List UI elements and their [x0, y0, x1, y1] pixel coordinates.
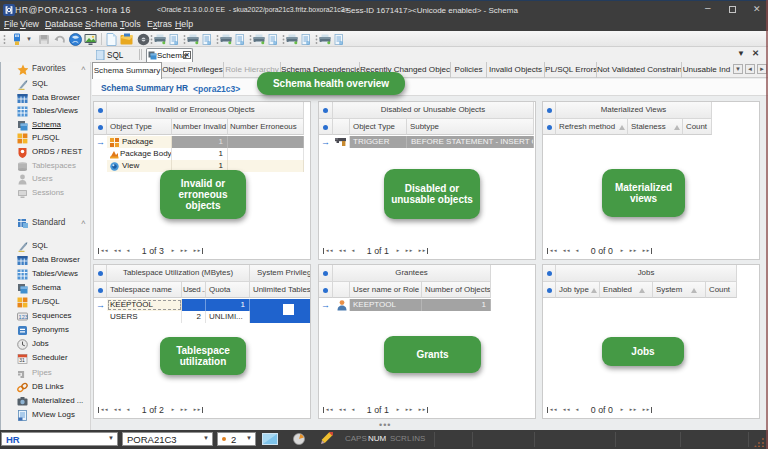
- svg-text:123: 123: [19, 314, 28, 320]
- svg-text:31: 31: [19, 358, 25, 364]
